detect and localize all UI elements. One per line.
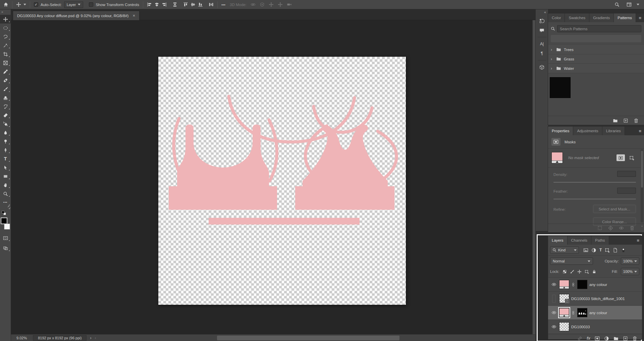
fill-layer-thumbnail[interactable]: [559, 280, 569, 289]
layer-name[interactable]: DG100033: [571, 325, 590, 329]
tab-paths[interactable]: Paths: [591, 236, 609, 245]
collapse-panels-icon[interactable]: «: [544, 9, 548, 16]
screen-mode-icon[interactable]: [0, 244, 11, 252]
pattern-group-water[interactable]: › Water: [548, 64, 644, 73]
filter-shape-layers-icon[interactable]: [605, 248, 610, 253]
lock-all-icon[interactable]: [592, 270, 596, 274]
character-panel-icon[interactable]: A|: [536, 39, 548, 49]
layer-row[interactable]: DG100033: [548, 320, 642, 334]
more-options-icon[interactable]: •••: [221, 3, 225, 7]
healing-brush-tool[interactable]: [0, 76, 11, 85]
properties-scrollbar[interactable]: ⌄: [641, 149, 643, 223]
add-layer-mask-icon[interactable]: [616, 154, 625, 161]
3d-panel-icon[interactable]: [536, 62, 548, 72]
chevron-right-icon[interactable]: ›: [551, 57, 553, 61]
lock-pixels-icon[interactable]: [570, 270, 574, 274]
delete-pattern-icon[interactable]: [634, 118, 639, 123]
layer-filter-kind-dropdown[interactable]: Kind: [550, 246, 579, 254]
align-top-edges-icon[interactable]: [183, 2, 188, 7]
frame-tool[interactable]: [0, 58, 11, 67]
search-icon[interactable]: [614, 2, 620, 7]
zoom-level-field[interactable]: 9.02%: [11, 336, 32, 340]
tab-adjustments[interactable]: Adjustments: [573, 127, 602, 135]
auto-select-checkbox[interactable]: [34, 2, 38, 7]
document-canvas[interactable]: [158, 57, 406, 305]
layer-row-selected[interactable]: any colour: [548, 306, 642, 320]
layer-visibility-eye-icon[interactable]: [550, 295, 557, 303]
path-selection-tool[interactable]: [0, 163, 11, 172]
quick-selection-tool[interactable]: [0, 41, 11, 50]
fill-layer-thumbnail[interactable]: [551, 152, 563, 163]
chevron-down-icon[interactable]: [23, 4, 26, 5]
fill-layer-thumbnail[interactable]: [559, 308, 569, 317]
eyedropper-tool[interactable]: [0, 67, 11, 76]
tab-layers[interactable]: Layers: [548, 236, 568, 245]
move-tool[interactable]: [0, 15, 11, 23]
tab-patterns[interactable]: Patterns: [614, 13, 636, 22]
marquee-tool[interactable]: [0, 23, 11, 32]
lock-position-icon[interactable]: [577, 270, 582, 274]
distribute-horizontal-icon[interactable]: [209, 2, 214, 7]
history-panel-icon[interactable]: [536, 16, 548, 26]
lock-transparency-icon[interactable]: [562, 270, 567, 274]
new-pattern-icon[interactable]: [623, 118, 628, 123]
dodge-tool[interactable]: [0, 137, 11, 146]
layer-name[interactable]: any colour: [589, 283, 607, 287]
new-pattern-group-icon[interactable]: [613, 118, 618, 123]
pattern-swatch-dark[interactable]: [550, 77, 571, 98]
workspace-layout-icon[interactable]: [627, 2, 632, 7]
home-icon[interactable]: [3, 2, 8, 7]
tab-gradients[interactable]: Gradients: [589, 13, 614, 22]
close-icon[interactable]: ×: [132, 13, 135, 18]
layer-row[interactable]: DG100033 Stitch_diffuse_1001: [548, 292, 642, 306]
opacity-field[interactable]: 100%: [621, 257, 639, 265]
align-right-edges-icon[interactable]: [162, 2, 167, 7]
blur-tool[interactable]: [0, 128, 11, 137]
pixel-layer-thumbnail[interactable]: [559, 322, 569, 331]
document-tab[interactable]: DG100033 Any colour diffuse.psd @ 9.02% …: [13, 11, 140, 20]
history-brush-tool[interactable]: [0, 102, 11, 111]
mask-link-icon[interactable]: [571, 283, 575, 287]
pen-tool[interactable]: [0, 146, 11, 154]
comments-panel-icon[interactable]: [536, 26, 548, 35]
new-group-icon[interactable]: [613, 336, 619, 341]
search-patterns-input[interactable]: [557, 25, 641, 32]
layer-mask-thumbnail[interactable]: [577, 308, 587, 317]
align-left-edges-icon[interactable]: [147, 2, 152, 7]
smart-object-thumbnail[interactable]: [559, 294, 569, 303]
mask-link-icon[interactable]: [571, 311, 575, 315]
gradient-tool[interactable]: [0, 119, 11, 128]
chevron-right-icon[interactable]: ›: [551, 66, 553, 71]
layer-visibility-eye-icon[interactable]: [550, 310, 557, 315]
foreground-background-swatches[interactable]: [0, 217, 10, 230]
panel-menu-icon[interactable]: ≡: [634, 236, 642, 245]
layer-styles-fx-icon[interactable]: fx: [587, 336, 590, 341]
layer-name[interactable]: any colour: [589, 311, 607, 315]
new-layer-icon[interactable]: [623, 336, 628, 341]
layer-name[interactable]: DG100033 Stitch_diffuse_1001: [571, 297, 625, 301]
panel-menu-icon[interactable]: ≡: [636, 127, 644, 135]
auto-select-target-dropdown[interactable]: Layer: [64, 1, 84, 8]
masks-mode-icon[interactable]: [551, 138, 560, 146]
swap-colors-icon[interactable]: [7, 205, 11, 209]
pattern-group-trees[interactable]: › Trees: [548, 45, 644, 54]
panel-menu-icon[interactable]: ≡: [636, 13, 644, 22]
delete-layer-icon[interactable]: [632, 336, 637, 341]
tab-channels[interactable]: Channels: [568, 236, 592, 245]
default-colors-icon[interactable]: [2, 211, 7, 215]
clone-stamp-tool[interactable]: [0, 93, 11, 102]
pattern-group-grass[interactable]: › Grass: [548, 54, 644, 64]
zoom-tool[interactable]: [0, 189, 11, 198]
tab-libraries[interactable]: Libraries: [602, 127, 625, 135]
align-horizontal-centers-icon[interactable]: [154, 2, 159, 7]
tab-swatches[interactable]: Swatches: [565, 13, 589, 22]
move-tool-preset-icon[interactable]: [16, 2, 21, 7]
filter-adjustment-layers-icon[interactable]: [591, 248, 596, 253]
align-vertical-centers-icon[interactable]: [191, 2, 196, 7]
horizontal-scrollbar-thumb[interactable]: [217, 336, 399, 340]
brush-tool[interactable]: [0, 85, 11, 93]
crop-tool[interactable]: [0, 50, 11, 58]
new-adjustment-layer-icon[interactable]: [604, 336, 609, 341]
shape-tool[interactable]: [0, 172, 11, 181]
add-layer-mask-icon[interactable]: [595, 336, 600, 341]
